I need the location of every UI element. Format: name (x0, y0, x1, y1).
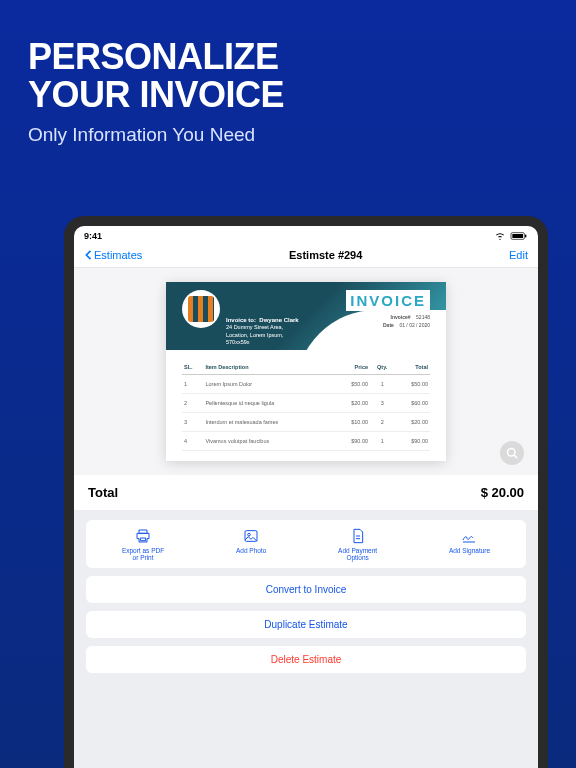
duplicate-estimate-button[interactable]: Duplicate Estimate (86, 611, 526, 638)
total-value: $ 20.00 (481, 485, 524, 500)
chevron-left-icon (84, 250, 92, 260)
document-icon (350, 528, 366, 544)
signature-icon (461, 528, 477, 544)
wifi-icon (494, 232, 506, 240)
action-icons-row: Export as PDF or Print Add Photo Add Pay… (86, 520, 526, 568)
back-button[interactable]: Estimates (84, 249, 142, 261)
delete-estimate-button[interactable]: Delete Estimate (86, 646, 526, 673)
tablet-screen: 9:41 Estimates Estimste #294 Edit Invoic… (74, 226, 538, 768)
total-row: Total $ 20.00 (74, 475, 538, 510)
document-preview: Invoice to: Dwyane Clark 24 Dummy Street… (74, 268, 538, 475)
convert-to-invoice-button[interactable]: Convert to Invoice (86, 576, 526, 603)
hero: PERSONALIZEYOUR INVOICE Only Information… (0, 0, 576, 164)
table-row: 2Pellentesque id neque ligula$20.003$60.… (182, 394, 430, 413)
status-bar: 9:41 (74, 226, 538, 242)
invoice-header: Invoice to: Dwyane Clark 24 Dummy Street… (166, 282, 446, 350)
invoice-to-block: Invoice to: Dwyane Clark 24 Dummy Street… (226, 316, 299, 347)
hero-subtitle: Only Information You Need (28, 124, 548, 146)
table-row: 1Lorem Ipsum Dolor$50.001$50.00 (182, 375, 430, 394)
svg-point-5 (248, 533, 251, 536)
printer-icon (135, 528, 151, 544)
page-title: Estimste #294 (289, 249, 362, 261)
invoice-meta: INVOICE Invoice# 52148 Date 01 / 02 / 20… (346, 290, 430, 329)
table-row: 4Vivamus volutpat faucibus$90.001$90.00 (182, 432, 430, 451)
photo-icon (243, 528, 259, 544)
zoom-button[interactable] (500, 441, 524, 465)
battery-icon (510, 232, 528, 240)
table-row: 3Interdum et malesuada fames$10.002$20.0… (182, 413, 430, 432)
add-payment-button[interactable]: Add Payment Options (338, 528, 377, 562)
company-logo (182, 290, 220, 328)
status-indicators (494, 232, 528, 240)
add-photo-button[interactable]: Add Photo (236, 528, 266, 562)
invoice-table: SL. Item Description Price Qty. Total 1L… (166, 350, 446, 461)
nav-bar: Estimates Estimste #294 Edit (74, 242, 538, 268)
status-time: 9:41 (84, 231, 102, 241)
invoice-heading: INVOICE (346, 290, 430, 311)
svg-rect-2 (525, 234, 526, 237)
hero-title: PERSONALIZEYOUR INVOICE (28, 38, 548, 114)
actions-panel: Export as PDF or Print Add Photo Add Pay… (74, 510, 538, 768)
add-signature-button[interactable]: Add Signature (449, 528, 490, 562)
edit-button[interactable]: Edit (509, 249, 528, 261)
svg-point-3 (508, 449, 516, 457)
magnify-icon (506, 447, 518, 459)
invoice-document[interactable]: Invoice to: Dwyane Clark 24 Dummy Street… (166, 282, 446, 461)
total-label: Total (88, 485, 118, 500)
export-pdf-button[interactable]: Export as PDF or Print (122, 528, 164, 562)
tablet-frame: 9:41 Estimates Estimste #294 Edit Invoic… (64, 216, 548, 768)
svg-rect-1 (512, 234, 523, 238)
